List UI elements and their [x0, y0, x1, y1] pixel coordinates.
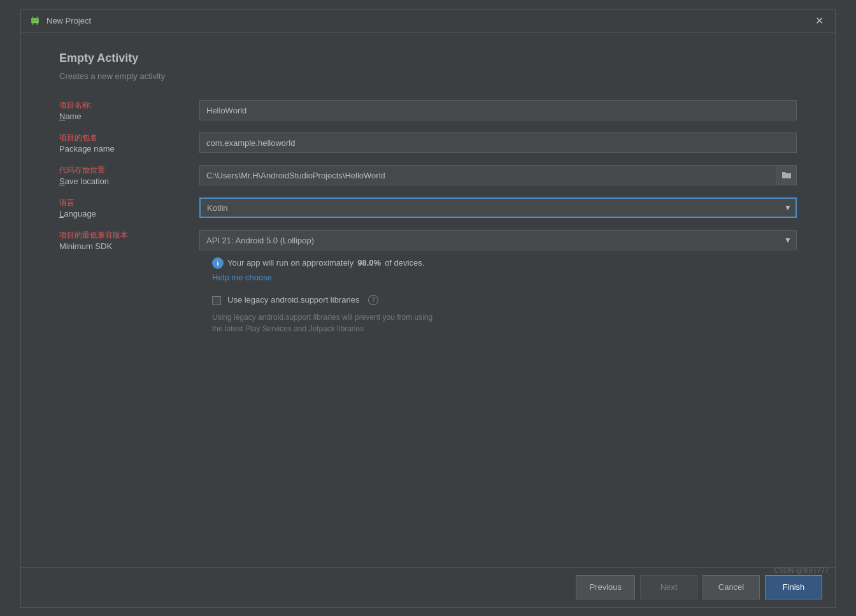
sdk-dropdown-wrapper: API 16: Android 4.1 (Jelly Bean) API 17:…: [199, 230, 797, 250]
title-bar: New Project ✕: [21, 10, 835, 32]
activity-description: Creates a new empty activity: [59, 71, 797, 81]
legacy-checkbox[interactable]: [212, 296, 221, 305]
dialog-content: Empty Activity Creates a new empty activ…: [21, 32, 835, 567]
dialog-title: New Project: [46, 16, 811, 25]
language-label-en: Language: [59, 209, 199, 218]
svg-point-0: [33, 20, 34, 21]
legacy-checkbox-row: Use legacy android.support libraries ?: [212, 295, 378, 305]
package-input[interactable]: [199, 133, 797, 153]
name-input-area: [199, 100, 797, 120]
legacy-help-icon[interactable]: ?: [368, 295, 378, 305]
svg-point-1: [36, 20, 38, 21]
info-icon: i: [212, 257, 224, 269]
name-label-en: Name: [59, 111, 199, 121]
package-input-area: [199, 133, 797, 153]
save-location-row: 代码存放位置 Save location: [59, 165, 797, 186]
save-label-group: 代码存放位置 Save location: [59, 165, 199, 186]
save-location-input[interactable]: [199, 165, 776, 185]
sdk-info-prefix: Your app will run on approximately: [227, 258, 353, 268]
close-button[interactable]: ✕: [811, 13, 827, 28]
sdk-label-en: Minimum SDK: [59, 241, 199, 251]
previous-button[interactable]: Previous: [576, 575, 635, 599]
finish-button[interactable]: Finish: [765, 575, 822, 599]
sdk-input-area: API 16: Android 4.1 (Jelly Bean) API 17:…: [199, 230, 797, 250]
language-row: 语言 Language Java Kotlin ▼: [59, 197, 797, 218]
dialog-footer: Previous Next Cancel Finish: [21, 567, 835, 607]
browse-folder-button[interactable]: [776, 165, 797, 185]
legacy-desc-line1: Using legacy android.support libraries w…: [212, 312, 432, 323]
package-row: 项目的包名 Package name: [59, 133, 797, 154]
sdk-info-text: i Your app will run on approximately 98.…: [212, 257, 424, 269]
form-section: 项目名称: Name 项目的包名 Package name: [59, 100, 797, 346]
legacy-desc-line2: the latest Play Services and Jetpack lib…: [212, 323, 432, 334]
language-label-group: 语言 Language: [59, 197, 199, 218]
sdk-info-percentage: 98.0%: [357, 258, 381, 268]
help-link[interactable]: Help me choose: [212, 273, 272, 282]
language-input-area: Java Kotlin ▼: [199, 197, 797, 218]
save-label-cn: 代码存放位置: [59, 165, 199, 176]
next-button[interactable]: Next: [640, 575, 697, 599]
save-input-area: [199, 165, 797, 185]
android-icon: [29, 14, 41, 27]
language-select[interactable]: Java Kotlin: [199, 197, 797, 218]
language-label-cn: 语言: [59, 197, 199, 208]
name-row: 项目名称: Name: [59, 100, 797, 121]
sdk-label-cn: 项目的最低兼容版本: [59, 230, 199, 241]
language-dropdown-wrapper: Java Kotlin ▼: [199, 197, 797, 218]
sdk-row-top: 项目的最低兼容版本 Minimum SDK API 16: Android 4.…: [59, 230, 797, 251]
package-label-group: 项目的包名 Package name: [59, 133, 199, 154]
save-label-en: Save location: [59, 176, 199, 186]
new-project-dialog: New Project ✕ Empty Activity Creates a n…: [20, 9, 836, 608]
legacy-description: Using legacy android.support libraries w…: [212, 312, 432, 334]
sdk-row: 项目的最低兼容版本 Minimum SDK API 16: Android 4.…: [59, 230, 797, 334]
name-input[interactable]: [199, 100, 797, 120]
watermark: CSDN @初行777: [774, 566, 829, 575]
sdk-select[interactable]: API 16: Android 4.1 (Jelly Bean) API 17:…: [199, 230, 797, 250]
package-label-en: Package name: [59, 144, 199, 154]
legacy-checkbox-label: Use legacy android.support libraries: [227, 295, 359, 304]
sdk-info-suffix: of devices.: [385, 258, 424, 268]
activity-title: Empty Activity: [59, 52, 797, 65]
sdk-label-group: 项目的最低兼容版本 Minimum SDK: [59, 230, 199, 251]
name-label-group: 项目名称: Name: [59, 100, 199, 121]
folder-icon: [781, 171, 792, 180]
cancel-button[interactable]: Cancel: [703, 575, 760, 599]
package-label-cn: 项目的包名: [59, 133, 199, 143]
name-label-cn: 项目名称:: [59, 100, 199, 111]
save-location-wrapper: [199, 165, 797, 185]
